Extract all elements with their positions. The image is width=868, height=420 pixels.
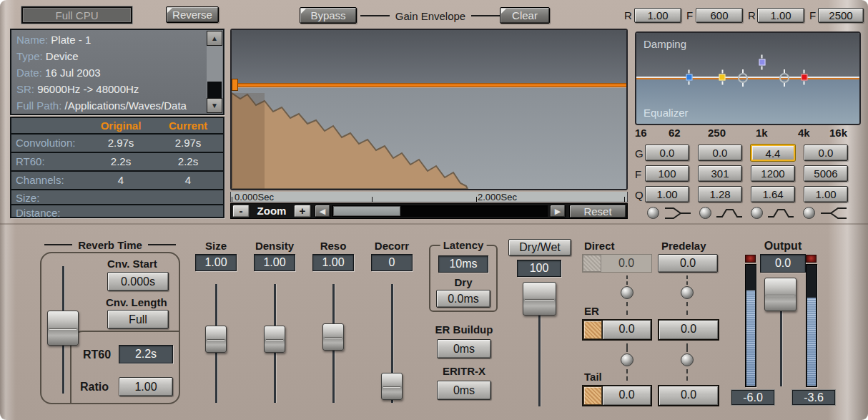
reverb-time-slider-handle[interactable] bbox=[47, 311, 79, 346]
eq-gain-3-selected[interactable]: 4.4 bbox=[751, 145, 795, 161]
page-left-icon[interactable]: ◀ bbox=[315, 205, 330, 218]
direct-mute-button[interactable] bbox=[583, 255, 601, 272]
tail-label: Tail bbox=[584, 371, 602, 383]
q-row-label: Q bbox=[635, 189, 643, 201]
envelope-node-handle[interactable] bbox=[232, 79, 238, 91]
freq-tick: 16 bbox=[635, 127, 647, 139]
bypass-button[interactable]: Bypass bbox=[300, 7, 357, 24]
envelope-scrollbar-thumb[interactable] bbox=[333, 206, 400, 216]
er-tr-x-button[interactable]: 0ms bbox=[437, 381, 491, 400]
damping-band-marker[interactable] bbox=[759, 59, 765, 66]
dry-wet-button[interactable]: Dry/Wet bbox=[508, 239, 571, 256]
reso-slider-handle[interactable] bbox=[322, 323, 344, 351]
zoom-out-button[interactable]: - bbox=[232, 205, 250, 218]
eq-band-marker-2[interactable] bbox=[719, 74, 726, 81]
eq-gain-1[interactable]: 0.0 bbox=[645, 145, 689, 161]
eq-band2-enable-button[interactable] bbox=[699, 207, 711, 219]
eq-band4-enable-button[interactable] bbox=[803, 207, 815, 219]
damping-eq-graph[interactable]: Damping Equalizer bbox=[635, 31, 861, 125]
eq-q-4[interactable]: 1.00 bbox=[804, 186, 848, 202]
row-label: Distance: bbox=[16, 207, 61, 219]
predelay-direct-value[interactable]: 0.0 bbox=[658, 254, 718, 273]
output-fader-handle[interactable] bbox=[764, 278, 797, 311]
er-mute-button[interactable] bbox=[583, 321, 602, 339]
reverb-time-header: Reverb Time bbox=[44, 238, 176, 251]
envelope-scrollbar[interactable] bbox=[332, 205, 548, 217]
reso-display[interactable]: 1.00 bbox=[312, 254, 354, 271]
impulse-waveform bbox=[232, 30, 626, 189]
reverb-ratio-field[interactable]: 1.00 bbox=[634, 8, 681, 23]
ruler-tick bbox=[476, 197, 477, 202]
size-slider-handle[interactable] bbox=[205, 326, 227, 353]
meter-fill-left bbox=[746, 290, 755, 386]
gain-envelope-line[interactable] bbox=[232, 83, 626, 87]
er-gain[interactable]: 0.0 bbox=[603, 321, 651, 339]
er-predelay-value[interactable]: 0.0 bbox=[659, 321, 718, 339]
meter-fill-right bbox=[807, 298, 816, 386]
er-buildup-button[interactable]: 0ms bbox=[437, 339, 491, 358]
decorr-display[interactable]: 0 bbox=[371, 254, 413, 271]
eq-freq-2[interactable]: 301 bbox=[698, 165, 742, 182]
tail-gain[interactable]: 0.0 bbox=[603, 386, 651, 405]
eq-freq-3[interactable]: 1200 bbox=[751, 165, 795, 182]
scroll-down-icon[interactable]: ▼ bbox=[207, 98, 222, 113]
reverb-ratio-field-2[interactable]: 1.00 bbox=[757, 8, 804, 23]
cnv-length-button[interactable]: Full bbox=[107, 310, 169, 329]
dry-wet-slider-handle[interactable] bbox=[523, 282, 556, 316]
tail-mute-button[interactable] bbox=[583, 386, 602, 405]
density-display[interactable]: 1.00 bbox=[254, 254, 295, 271]
decorr-label: Decorr bbox=[363, 240, 420, 252]
decorr-slider-handle[interactable] bbox=[381, 373, 403, 400]
tail-predelay-value[interactable]: 0.0 bbox=[659, 386, 718, 405]
er-tail-knob[interactable] bbox=[621, 353, 633, 366]
eq-band1-enable-button[interactable] bbox=[647, 207, 659, 219]
eq-band-marker-1[interactable] bbox=[686, 74, 692, 81]
direct-gain[interactable]: 0.0 bbox=[601, 255, 651, 272]
eq-gain-4[interactable]: 0.0 bbox=[804, 145, 848, 161]
eq-band-marker-3[interactable] bbox=[738, 73, 748, 83]
clip-led-right[interactable] bbox=[806, 255, 817, 263]
eq-freq-4[interactable]: 5006 bbox=[804, 165, 848, 182]
eq-q-3[interactable]: 1.64 bbox=[751, 186, 795, 202]
direct-er-knob[interactable] bbox=[621, 286, 633, 299]
density-slider-handle[interactable] bbox=[264, 326, 285, 353]
eq-q-1[interactable]: 1.00 bbox=[645, 186, 689, 202]
info-scrollbar[interactable]: ▲ ▼ bbox=[207, 31, 222, 113]
dry-wet-display[interactable]: 100 bbox=[517, 260, 561, 277]
predelay-tail-knob[interactable] bbox=[681, 353, 694, 366]
reset-button[interactable]: Reset bbox=[569, 205, 626, 218]
scroll-up-icon[interactable]: ▲ bbox=[207, 31, 222, 46]
page-right-icon[interactable]: ▶ bbox=[550, 205, 566, 218]
f-label: F bbox=[686, 9, 693, 21]
scrollbar-thumb[interactable] bbox=[207, 82, 222, 99]
tail-row: 0.0 bbox=[582, 385, 652, 406]
ruler-end-time: 2.000Sec bbox=[478, 192, 517, 202]
freq-field-2[interactable]: 2500 bbox=[818, 8, 864, 23]
ratio-label: Ratio bbox=[80, 381, 109, 394]
zoom-in-button[interactable]: + bbox=[294, 205, 311, 218]
freq-field[interactable]: 600 bbox=[696, 8, 743, 23]
impulse-response-display[interactable] bbox=[230, 29, 628, 190]
zoom-label: Zoom bbox=[251, 205, 292, 218]
predelay-er-knob[interactable] bbox=[681, 286, 694, 299]
output-gain-display[interactable]: 0.0 bbox=[760, 254, 806, 273]
rt60-display[interactable]: 2.2s bbox=[119, 345, 173, 363]
eq-band-marker-4[interactable] bbox=[779, 73, 789, 83]
ratio-button[interactable]: 1.00 bbox=[119, 377, 173, 396]
reverse-button[interactable]: Reverse bbox=[166, 6, 219, 23]
cnv-start-button[interactable]: 0.000s bbox=[107, 272, 169, 291]
eq-q-2[interactable]: 1.28 bbox=[698, 186, 742, 202]
eq-freq-1[interactable]: 100 bbox=[645, 165, 689, 182]
eq-band-marker-5[interactable] bbox=[801, 74, 807, 81]
gain-row-label: G bbox=[635, 147, 643, 160]
clip-led-left[interactable] bbox=[745, 255, 756, 263]
full-cpu-button[interactable]: Full CPU bbox=[21, 6, 132, 24]
clear-button[interactable]: Clear bbox=[500, 7, 550, 24]
latency-display[interactable]: 10ms bbox=[438, 255, 488, 273]
info-label: Full Path: bbox=[16, 99, 61, 112]
size-display[interactable]: 1.00 bbox=[195, 254, 237, 271]
bell-filter-icon bbox=[766, 206, 795, 220]
latency-dry-button[interactable]: 0.0ms bbox=[436, 290, 490, 308]
eq-gain-2[interactable]: 0.0 bbox=[698, 145, 742, 161]
eq-band3-enable-button[interactable] bbox=[751, 207, 763, 219]
